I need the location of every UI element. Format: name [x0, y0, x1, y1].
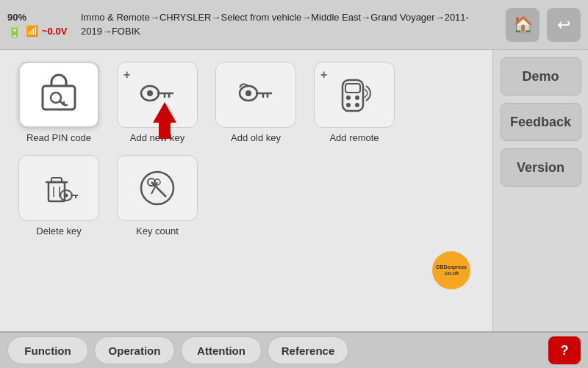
add-old-key-icon-box	[215, 62, 296, 128]
back-button[interactable]: ↩	[547, 8, 581, 42]
function-tab[interactable]: Function	[7, 336, 88, 364]
function-row-1: Read PIN code +	[15, 62, 478, 143]
read-pin-code-icon-box	[18, 62, 99, 128]
top-bar: 90% 🔋 📶 ~0.0V Immo & Remote→CHRYSLER→Sel…	[0, 0, 588, 50]
add-old-key-button[interactable]: Add old key	[212, 62, 300, 143]
key-count-button[interactable]: Key count	[113, 155, 201, 237]
attention-tab[interactable]: Attention	[181, 336, 262, 364]
right-sidebar: Demo Feedback Version	[492, 50, 588, 331]
svg-rect-0	[43, 86, 75, 109]
add-old-key-label: Add old key	[231, 132, 281, 143]
obdexpress-logo: OBDexpress .co.uk	[432, 251, 470, 289]
read-pin-code-button[interactable]: Read PIN code	[15, 62, 103, 143]
briefcase-key-icon	[37, 73, 81, 117]
battery-percent: 90%	[7, 12, 26, 23]
top-icon-group: 🏠 ↩	[506, 8, 581, 42]
add-remote-button[interactable]: + Add remote	[310, 62, 398, 143]
delete-key-icon-box	[18, 155, 99, 221]
delete-key-button[interactable]: Delete key	[15, 155, 103, 237]
help-button[interactable]: ?	[548, 336, 581, 364]
key-count-icon	[135, 166, 179, 210]
main-content: Read PIN code +	[0, 50, 492, 331]
svg-line-32	[151, 182, 163, 194]
svg-rect-17	[345, 84, 360, 93]
home-button[interactable]: 🏠	[506, 8, 539, 42]
plus-icon: +	[123, 68, 130, 82]
delete-key-label: Delete key	[36, 226, 81, 237]
operation-tab[interactable]: Operation	[94, 336, 175, 364]
read-pin-code-label: Read PIN code	[26, 132, 91, 143]
breadcrumb: Immo & Remote→CHRYSLER→Select from vehic…	[74, 11, 506, 37]
key-count-label: Key count	[136, 226, 179, 237]
svg-point-6	[147, 90, 153, 96]
remote-icon	[332, 73, 376, 117]
function-row-2: Delete key Key count	[15, 155, 478, 237]
version-button[interactable]: Version	[501, 148, 581, 187]
key-count-icon-box	[117, 155, 198, 221]
add-remote-label: Add remote	[329, 132, 379, 143]
bottom-bar: Function Operation Attention Reference ?	[0, 331, 588, 368]
svg-point-28	[65, 194, 68, 198]
feedback-button[interactable]: Feedback	[501, 103, 581, 141]
svg-rect-24	[51, 178, 62, 182]
add-remote-icon-box: +	[314, 62, 395, 128]
svg-point-12	[245, 90, 251, 96]
plus-icon-remote: +	[320, 68, 327, 82]
voltage-display: ~0.0V	[42, 26, 67, 37]
svg-marker-10	[153, 102, 176, 139]
demo-button[interactable]: Demo	[501, 57, 581, 95]
reference-tab[interactable]: Reference	[268, 336, 348, 364]
svg-line-34	[163, 194, 166, 197]
svg-point-18	[346, 95, 351, 100]
delete-key-icon	[37, 166, 81, 210]
wifi-icon: 📶	[26, 25, 38, 37]
add-new-key-button[interactable]: + Add new key	[113, 62, 201, 143]
battery-icon: 🔋	[7, 24, 22, 38]
red-arrow-icon	[150, 102, 179, 139]
svg-point-20	[346, 103, 351, 107]
svg-point-21	[355, 103, 359, 107]
logo-area: OBDexpress .co.uk	[15, 251, 478, 289]
old-key-icon	[234, 73, 278, 117]
svg-point-19	[355, 95, 359, 100]
status-area: 90% 🔋 📶 ~0.0V	[7, 12, 74, 38]
